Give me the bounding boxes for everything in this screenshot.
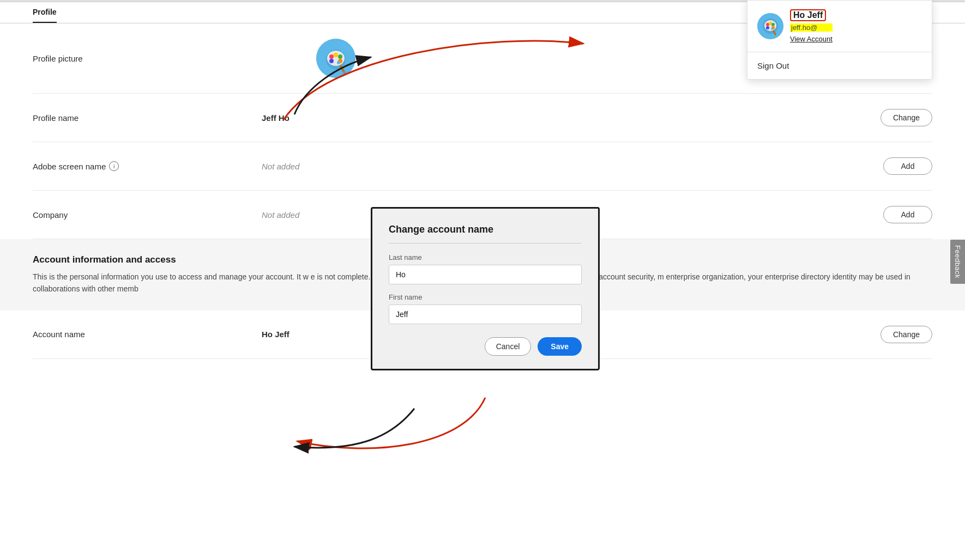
adobe-screen-name-action: Add <box>883 157 932 175</box>
account-name-action: Change <box>880 326 932 343</box>
first-name-label: First name <box>389 293 582 301</box>
dropdown-menu: Ho Jeff jeff.ho@ View Account Sign Out <box>747 0 932 80</box>
cancel-button[interactable]: Cancel <box>485 337 532 356</box>
last-name-input[interactable] <box>389 265 582 284</box>
svg-point-19 <box>771 28 773 30</box>
account-name-change-button[interactable]: Change <box>880 326 932 343</box>
tab-profile[interactable]: Profile <box>33 2 57 23</box>
svg-point-8 <box>337 61 340 64</box>
last-name-label: Last name <box>389 253 582 261</box>
account-name-label: Account name <box>33 330 196 339</box>
change-account-name-modal: Change account name Last name First name… <box>371 207 600 370</box>
company-add-button[interactable]: Add <box>883 206 932 223</box>
adobe-screen-name-label: Adobe screen name i <box>33 161 196 171</box>
dropdown-avatar-image <box>757 13 783 39</box>
profile-name-label: Profile name <box>33 113 196 123</box>
last-name-field-group: Last name <box>389 253 582 284</box>
profile-name-value: Jeff Ho <box>196 113 880 123</box>
red-arrow-down <box>297 398 485 448</box>
view-account-link[interactable]: View Account <box>790 35 833 43</box>
svg-point-17 <box>766 26 769 29</box>
black-arrow-down <box>294 409 414 448</box>
svg-point-3 <box>329 54 334 59</box>
feedback-tab-wrapper: Feedback <box>950 240 965 284</box>
svg-point-16 <box>771 23 775 26</box>
company-action: Add <box>883 206 932 223</box>
dropdown-username: Ho Jeff <box>790 9 826 21</box>
adobe-screen-name-info-icon[interactable]: i <box>109 161 119 171</box>
profile-name-action: Change <box>880 109 932 126</box>
svg-point-4 <box>334 53 338 57</box>
dropdown-name-wrapper: Ho Jeff <box>790 9 833 21</box>
page-wrapper: Profile Profile picture <box>0 0 965 560</box>
dropdown-email: jeff.ho@ <box>790 23 833 32</box>
first-name-input[interactable] <box>389 305 582 324</box>
adobe-screen-name-value: Not added <box>196 162 883 171</box>
avatar-image <box>316 39 355 78</box>
adobe-screen-name-add-button[interactable]: Add <box>883 157 932 175</box>
modal-title: Change account name <box>389 224 582 244</box>
sign-out-button[interactable]: Sign Out <box>747 52 932 79</box>
dropdown-user-info: Ho Jeff jeff.ho@ View Account <box>790 9 833 43</box>
profile-name-row: Profile name Jeff Ho Change <box>33 94 932 142</box>
adobe-screen-name-row: Adobe screen name i Not added Add <box>33 142 932 191</box>
avatar[interactable] <box>316 39 355 78</box>
dropdown-header: Ho Jeff jeff.ho@ View Account <box>747 1 932 52</box>
svg-point-5 <box>338 54 342 59</box>
modal-actions: Cancel Save <box>389 337 582 356</box>
first-name-field-group: First name <box>389 293 582 324</box>
profile-name-change-button[interactable]: Change <box>880 109 932 126</box>
profile-picture-label: Profile picture <box>33 54 196 63</box>
svg-point-6 <box>329 59 334 63</box>
dropdown-avatar <box>757 13 783 39</box>
company-label: Company <box>33 210 196 220</box>
save-button[interactable]: Save <box>538 337 582 356</box>
feedback-tab[interactable]: Feedback <box>950 240 965 284</box>
